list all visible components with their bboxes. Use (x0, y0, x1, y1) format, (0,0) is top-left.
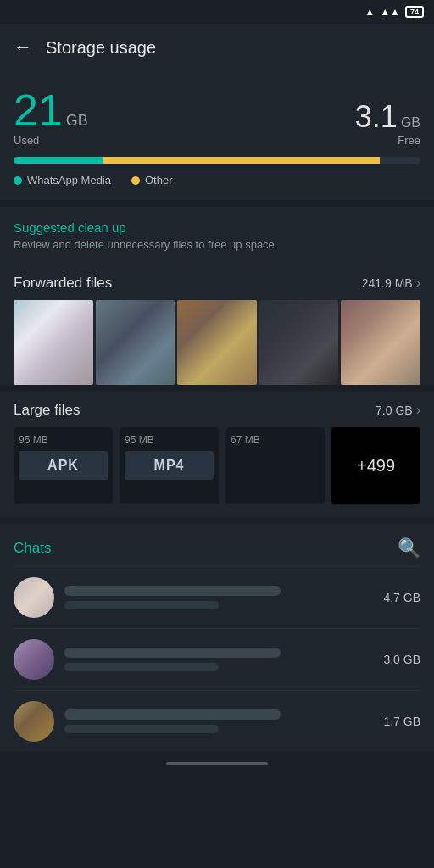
progress-whatsapp (14, 157, 103, 164)
chat-avatar-1 (14, 577, 54, 618)
forwarded-files-size: 241.9 MB › (362, 275, 420, 291)
chat-info-3 (64, 709, 373, 733)
file-item-mp4[interactable]: 95 MB MP4 (120, 427, 219, 504)
forwarded-thumbnails (14, 300, 420, 385)
legend-other-label: Other (145, 174, 173, 186)
chat-name-blur-3 (64, 709, 281, 720)
file-apk-size: 95 MB (19, 434, 48, 446)
page-title: Storage usage (46, 38, 156, 58)
chat-size-1: 4.7 GB (383, 591, 420, 604)
legend-other: Other (131, 174, 173, 186)
file-more-label: +499 (357, 456, 395, 476)
file-67-size: 67 MB (231, 434, 260, 446)
file-mp4-badge: MP4 (125, 451, 214, 480)
file-item-apk[interactable]: 95 MB APK (14, 427, 113, 504)
bottom-indicator (0, 752, 434, 776)
legend-whatsapp-label: WhatsApp Media (27, 174, 111, 186)
storage-used-number: 21 (14, 88, 63, 132)
large-files-chevron: › (416, 403, 420, 418)
forwarded-files-row[interactable]: Forwarded files 241.9 MB › (14, 264, 420, 300)
storage-used-unit: GB (66, 112, 88, 130)
large-files-size: 7.0 GB › (376, 403, 420, 418)
chat-name-blur-2 (64, 648, 281, 658)
chat-size-3: 1.7 GB (383, 715, 420, 728)
chat-size-2: 3.0 GB (383, 653, 420, 666)
chat-sub-blur-1 (64, 601, 219, 609)
wifi-icon: ▲ (364, 6, 375, 18)
thumbnail-3[interactable] (177, 300, 257, 385)
other-dot (131, 176, 140, 185)
file-item-67[interactable]: 67 MB (225, 427, 325, 504)
storage-legend: WhatsApp Media Other (14, 174, 420, 186)
chat-row-3[interactable]: 1.7 GB (14, 690, 420, 752)
file-mp4-size: 95 MB (125, 434, 154, 446)
chat-name-blur-1 (64, 586, 281, 596)
thumbnail-5[interactable] (341, 300, 420, 385)
suggested-cleanup-section: Suggested clean up Review and delete unn… (0, 207, 434, 385)
suggested-title: Suggested clean up (14, 220, 420, 235)
thumbnail-1[interactable] (14, 300, 93, 385)
chat-avatar-2 (14, 639, 54, 680)
storage-free-block: 3.1 GB Free (355, 102, 420, 147)
suggested-description: Review and delete unnecessary files to f… (14, 238, 420, 251)
forwarded-chevron: › (416, 275, 420, 291)
battery-icon: 74 (405, 6, 424, 18)
chat-sub-blur-2 (64, 663, 219, 671)
large-files-row[interactable]: Large files 7.0 GB › (14, 392, 420, 427)
storage-used-label: Used (14, 134, 88, 147)
chat-sub-blur-3 (64, 725, 219, 733)
chat-row-2[interactable]: 3.0 GB (14, 628, 420, 690)
storage-free-label: Free (398, 134, 420, 147)
thumbnail-2[interactable] (96, 300, 175, 385)
signal-icon: ▲▲ (380, 6, 400, 18)
chat-avatar-3 (14, 701, 54, 742)
chats-search-button[interactable]: 🔍 (398, 537, 420, 559)
storage-numbers: 21 GB Used 3.1 GB Free (14, 88, 420, 147)
chat-row-1[interactable]: 4.7 GB (14, 566, 420, 628)
chat-info-1 (64, 586, 373, 609)
storage-free-number: 3.1 (355, 102, 398, 132)
storage-used-block: 21 GB Used (14, 88, 88, 147)
chats-title: Chats (14, 540, 51, 557)
large-files-section: Large files 7.0 GB › 95 MB APK 95 MB MP4… (0, 392, 434, 517)
forwarded-files-label: Forwarded files (14, 275, 112, 292)
storage-section: 21 GB Used 3.1 GB Free WhatsApp Media Ot… (0, 71, 434, 200)
large-files-label: Large files (14, 402, 80, 419)
chats-header: Chats 🔍 (14, 524, 420, 566)
file-item-more[interactable]: +499 (331, 427, 420, 504)
thumbnail-4[interactable] (259, 300, 339, 385)
storage-progress-bar (14, 157, 420, 164)
bottom-pill (166, 762, 268, 765)
status-bar: ▲ ▲▲ 74 (0, 0, 434, 24)
whatsapp-dot (14, 176, 22, 185)
storage-free-unit: GB (401, 115, 420, 131)
file-apk-badge: APK (19, 451, 108, 480)
progress-other (103, 157, 380, 164)
back-button[interactable]: ← (14, 36, 32, 58)
large-files-items: 95 MB APK 95 MB MP4 67 MB +499 (14, 427, 420, 504)
chat-info-2 (64, 648, 373, 671)
legend-whatsapp: WhatsApp Media (14, 174, 111, 186)
header: ← Storage usage (0, 24, 434, 71)
chats-section: Chats 🔍 4.7 GB 3.0 GB 1.7 GB (0, 524, 434, 752)
